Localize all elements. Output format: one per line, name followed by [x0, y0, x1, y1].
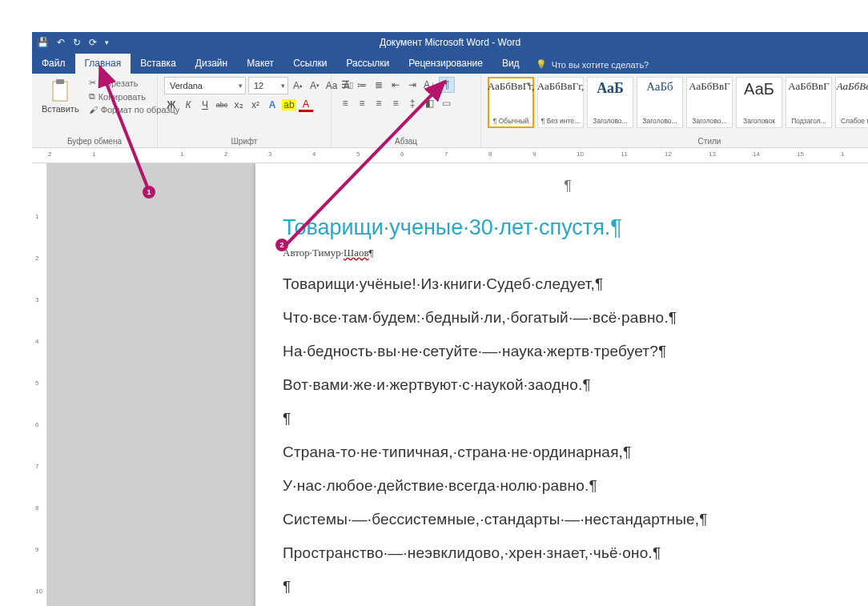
italic-button[interactable]: К — [181, 98, 195, 112]
document-line[interactable]: Товарищи·учёные!·Из·книги·Судеб·следует,… — [283, 275, 853, 293]
style-item[interactable]: АаБбВвГЗаголово... — [686, 77, 733, 128]
vertical-ruler[interactable]: 1234567891011 — [32, 163, 47, 606]
clipboard-icon — [50, 78, 70, 102]
tab-layout[interactable]: Макет — [237, 54, 283, 74]
document-line[interactable]: ¶ — [283, 578, 853, 596]
scissors-icon: ✂ — [89, 78, 96, 88]
tab-insert[interactable]: Вставка — [131, 54, 186, 74]
qat-more-icon[interactable]: ▾ — [105, 38, 109, 46]
numbering-button[interactable]: ≔ — [355, 78, 369, 92]
tab-review[interactable]: Рецензирование — [399, 54, 492, 74]
window-title: Документ Microsoft Word - Word — [380, 37, 520, 48]
group-label: Шрифт — [164, 135, 324, 146]
document-line[interactable]: Страна-то·не·типичная,·страна·не·ординар… — [283, 443, 853, 461]
group-styles: АаБбВвГг,¶ ОбычныйАаБбВвГг,¶ Без инте...… — [481, 74, 868, 147]
document-line[interactable]: ¶ — [283, 410, 853, 427]
font-color-button[interactable]: A — [299, 98, 313, 112]
shrink-font-button[interactable]: A▾ — [307, 78, 322, 93]
ribbon: Вставить ✂Вырезать ⧉Копировать 🖌Формат п… — [32, 74, 868, 148]
line-spacing-button[interactable]: ‡ — [405, 96, 420, 110]
pilcrow-button[interactable]: ¶ — [439, 77, 455, 93]
style-item[interactable]: АаБбВвГПодзагол... — [786, 77, 832, 128]
document-line[interactable]: Системы·—·бессистемные,·стандарты·—·нест… — [283, 511, 853, 528]
word-window: 💾 ↶ ↻ ⟳ ▾ Документ Microsoft Word - Word… — [32, 32, 868, 606]
align-center-button[interactable]: ≡ — [355, 96, 369, 110]
group-font: Verdana 12 A▴ A▾ Aa A⃠ Ж К Ч abc x₂ x² A… — [158, 74, 332, 147]
document-line[interactable]: Что·все·там·будем:·бедный·ли,·богатый·—·… — [283, 309, 853, 327]
horizontal-ruler[interactable]: 211234567891011121314151 — [32, 148, 868, 163]
tab-mailings[interactable]: Рассылки — [336, 54, 399, 74]
shading-button[interactable]: ◧ — [422, 96, 436, 110]
style-item[interactable]: АаБбЗаголово... — [637, 77, 683, 128]
sort-button[interactable]: A↓ — [422, 78, 436, 92]
title-bar: 💾 ↶ ↻ ⟳ ▾ Документ Microsoft Word - Word — [32, 32, 868, 53]
copy-icon: ⧉ — [89, 91, 95, 102]
redo-icon[interactable]: ↻ — [73, 37, 81, 48]
style-item[interactable]: АаБЗаголово... — [587, 77, 633, 128]
align-left-button[interactable]: ≡ — [338, 96, 352, 110]
font-name-select[interactable]: Verdana — [164, 77, 246, 94]
tell-me[interactable]: 💡 Что вы хотите сделать? — [529, 55, 656, 74]
strike-button[interactable]: abc — [215, 98, 229, 112]
document-line[interactable]: У·нас·любое·действие·всегда·нолю·равно.¶ — [283, 477, 853, 495]
tab-view[interactable]: Вид — [492, 54, 529, 74]
save-icon[interactable]: 💾 — [37, 37, 49, 48]
increase-indent-button[interactable]: ⇥ — [405, 78, 420, 92]
document-title[interactable]: Товарищи·ученые·30·лет·спустя.¶ — [283, 215, 853, 240]
undo-icon[interactable]: ↶ — [57, 37, 65, 48]
document-line[interactable]: Пространство·—·неэвклидово,·хрен·знает,·… — [283, 544, 853, 562]
group-label: Буфер обмена — [38, 135, 151, 146]
style-item[interactable]: АаБбВвГг,¶ Без инте... — [537, 77, 584, 128]
group-label: Абзац — [338, 135, 474, 146]
lightbulb-icon: 💡 — [536, 59, 547, 70]
document-canvas[interactable]: ¶ Товарищи·ученые·30·лет·спустя.¶ Автор·… — [47, 163, 868, 606]
style-item[interactable]: АаБбВвГг,¶ Обычный — [488, 77, 534, 128]
bullets-button[interactable]: ☰ — [338, 78, 352, 92]
tab-home[interactable]: Главная — [75, 54, 131, 74]
style-item[interactable]: АаБЗаголовок — [736, 77, 782, 128]
quick-access-toolbar: 💾 ↶ ↻ ⟳ ▾ — [37, 32, 109, 53]
style-item[interactable]: АаБбВвГгСлабое в... — [835, 77, 868, 128]
page[interactable]: ¶ Товарищи·ученые·30·лет·спустя.¶ Автор·… — [255, 163, 868, 606]
svg-rect-1 — [56, 79, 64, 84]
bold-button[interactable]: Ж — [164, 98, 179, 112]
group-label: Стили — [488, 135, 868, 146]
tab-file[interactable]: Файл — [32, 54, 75, 74]
tab-references[interactable]: Ссылки — [283, 54, 336, 74]
document-line[interactable]: На·бедность·вы·не·сетуйте·—·наука·жертв·… — [283, 343, 853, 360]
pilcrow-mark: ¶ — [283, 178, 853, 195]
underline-button[interactable]: Ч — [198, 98, 212, 112]
subscript-button[interactable]: x₂ — [231, 98, 246, 112]
tab-design[interactable]: Дизайн — [186, 54, 237, 74]
justify-button[interactable]: ≡ — [388, 96, 403, 110]
group-clipboard: Вставить ✂Вырезать ⧉Копировать 🖌Формат п… — [32, 74, 158, 147]
brush-icon: 🖌 — [89, 105, 98, 114]
document-author[interactable]: Автор·Тимур·Шаов¶ — [283, 247, 853, 259]
svg-rect-0 — [53, 82, 67, 101]
group-paragraph: ☰ ≔ ≣ ⇤ ⇥ A↓ ¶ ≡ ≡ ≡ ≡ ‡ ◧ ▭ А — [332, 74, 481, 147]
document-line[interactable]: Вот·вами·же·и·жертвуют·с·наукой·заодно.¶ — [283, 376, 853, 394]
ribbon-tabs: Файл Главная Вставка Дизайн Макет Ссылки… — [32, 53, 868, 74]
paste-button[interactable]: Вставить — [38, 77, 82, 115]
borders-button[interactable]: ▭ — [439, 96, 453, 110]
refresh-icon[interactable]: ⟳ — [89, 37, 97, 48]
superscript-button[interactable]: x² — [248, 98, 263, 112]
multilevel-button[interactable]: ≣ — [372, 78, 386, 92]
font-size-select[interactable]: 12 — [248, 77, 288, 94]
highlight-button[interactable]: ab — [282, 99, 296, 110]
text-effects-button[interactable]: A — [265, 98, 279, 112]
grow-font-button[interactable]: A▴ — [291, 78, 305, 93]
decrease-indent-button[interactable]: ⇤ — [388, 78, 403, 92]
align-right-button[interactable]: ≡ — [372, 96, 386, 110]
